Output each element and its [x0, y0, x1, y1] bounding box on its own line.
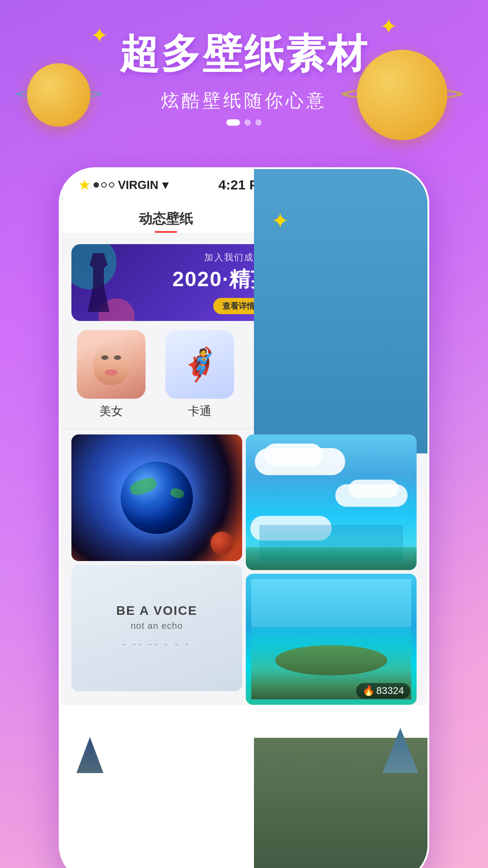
wifi-icon: ▾ — [162, 178, 168, 192]
sub-title: 炫酷壁纸随你心意 — [161, 88, 327, 113]
status-left: ★ VIRGIN ▾ — [79, 178, 168, 193]
banner-dots — [226, 119, 262, 126]
category-thumb-beauty — [77, 330, 145, 399]
category-label-cartoon: 卡通 — [188, 403, 211, 419]
wallpaper-earth[interactable] — [71, 434, 242, 561]
main-title: 超多壁纸素材 — [119, 27, 369, 81]
signal-dot-2 — [101, 182, 107, 188]
category-thumb-scenery — [254, 330, 323, 399]
scenery-image — [254, 330, 323, 399]
category-scenery[interactable]: 风景 — [249, 330, 328, 419]
wallpaper-quote-sub: not an echo — [131, 621, 183, 631]
tab-dynamic-wallpaper[interactable]: 动态壁纸 — [88, 201, 244, 233]
phone-content: 加入我们成就梦想 2020·精英招聘 查看详情 → 美女 — [61, 233, 427, 705]
category-label-beauty: 美女 — [99, 403, 123, 419]
phone-mockup: ★ VIRGIN ▾ 4:21 PM ✦ 95% 动态壁纸 — [59, 167, 429, 868]
category-thumb-cartoon: 🦸 — [165, 330, 234, 399]
wallpaper-col-1: BE A VOICE not an echo ˇ ˇˇ ˇˇ ˇ ˇ ˇ — [71, 434, 242, 705]
signal-dots — [94, 182, 114, 188]
wallpaper-text-quote[interactable]: BE A VOICE not an echo ˇ ˇˇ ˇˇ ˇ ˇ ˇ — [71, 565, 242, 691]
wallpaper-island[interactable]: 🔥 83324 — [246, 574, 417, 705]
planet-left — [18, 54, 99, 136]
earth-visual — [121, 462, 193, 534]
island-land — [275, 645, 387, 675]
star-icon-3: ✦ — [271, 208, 289, 233]
flame-icon: 🔥 — [362, 685, 375, 697]
status-star: ★ — [79, 178, 90, 193]
category-grid: 美女 🦸 卡通 风景 — [61, 330, 427, 419]
carrier-label: VIRGIN — [118, 178, 159, 192]
hot-badge: 🔥 83324 — [356, 683, 410, 698]
earth-shadow — [121, 462, 193, 534]
signal-dot-3 — [109, 182, 114, 188]
cloud-4 — [349, 480, 399, 498]
cartoon-image: 🦸 — [165, 330, 234, 399]
dot-3[interactable] — [255, 119, 262, 126]
wallpaper-birds: ˇ ˇˇ ˇˇ ˇ ˇ ˇ — [123, 643, 191, 652]
tab-active-indicator — [155, 231, 177, 233]
star-icon-1: ✦ — [90, 23, 108, 48]
signal-dot-1 — [94, 182, 99, 188]
dot-2[interactable] — [244, 119, 251, 126]
wallpaper-quote-main: BE A VOICE — [116, 604, 197, 618]
red-planet — [211, 532, 233, 554]
island-sky — [251, 579, 411, 627]
tab-dynamic-label: 动态壁纸 — [139, 210, 193, 228]
category-beauty[interactable]: 美女 — [71, 330, 151, 419]
land-bottom — [246, 547, 417, 570]
hot-count: 83324 — [376, 685, 404, 697]
wallpaper-grid: BE A VOICE not an echo ˇ ˇˇ ˇˇ ˇ ˇ ˇ — [61, 434, 427, 705]
star-icon-2: ✦ — [380, 14, 398, 39]
wallpaper-col-2: 🔥 83324 — [246, 434, 417, 705]
beauty-image — [77, 330, 145, 399]
cloud-2 — [264, 443, 323, 466]
dot-1[interactable] — [226, 119, 240, 126]
category-cartoon[interactable]: 🦸 卡通 — [160, 330, 239, 419]
island-visual — [251, 579, 411, 699]
wallpaper-sky[interactable] — [246, 434, 417, 570]
